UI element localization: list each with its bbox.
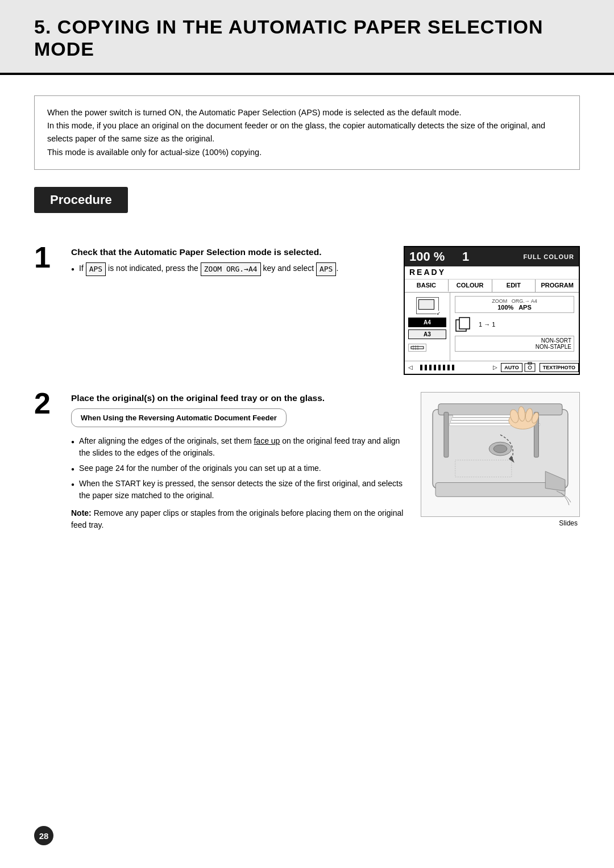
chapter-header: 5. COPYING IN THE AUTOMATIC PAPER SELECT… (0, 0, 614, 75)
svg-rect-16 (444, 412, 449, 457)
display-copy-row: 1 → 1 (455, 316, 574, 332)
feeder-svg (421, 393, 579, 516)
aps-key-2: APS (316, 262, 336, 276)
slides-label: Slides (421, 519, 580, 527)
display-left-panel: ↙ A4 A3 (405, 293, 450, 361)
triangle-left-icon: ◁ (405, 363, 416, 372)
svg-point-7 (528, 366, 532, 369)
procedure-heading: Procedure (34, 187, 128, 213)
tray-a3[interactable]: A3 (408, 329, 446, 339)
display-top-bar: 100 % 1 FULL COLOUR (405, 247, 579, 266)
step-2-title: Place the original(s) on the original fe… (71, 392, 409, 404)
step-1-content: Check that the Automatic Paper Selection… (71, 246, 580, 375)
svg-point-19 (493, 445, 507, 453)
page-number: 28 (34, 826, 53, 845)
step-2-bullet-1: After aligning the edges of the original… (71, 435, 409, 459)
tab-program[interactable]: PROGRAM (536, 279, 579, 292)
feeder-illustration (421, 392, 580, 517)
step-2-number: 2 (34, 389, 65, 418)
face-up-text: face up (254, 436, 280, 445)
step-2-bullet-2: See page 24 for the number of the origin… (71, 462, 409, 474)
auto-button[interactable]: AUTO (501, 363, 522, 372)
chapter-title: 5. COPYING IN THE AUTOMATIC PAPER SELECT… (34, 16, 580, 60)
step-1-number: 1 (34, 243, 65, 272)
display-tabs: BASIC COLOUR EDIT PROGRAM (405, 279, 579, 293)
zoom-org-key: ZOOM ORG.→A4 (201, 262, 261, 276)
svg-rect-0 (411, 347, 424, 349)
display-progress (416, 363, 489, 372)
display-zoom-info: ZOOM ORG.→ A4 100% APS (455, 296, 574, 313)
display-ready: READY (405, 266, 579, 279)
svg-rect-11 (438, 404, 562, 415)
feeder-icon (408, 344, 426, 352)
svg-rect-5 (459, 318, 470, 329)
tab-edit[interactable]: EDIT (492, 279, 536, 292)
tab-basic[interactable]: BASIC (405, 279, 449, 292)
step-2-bullet-3: When the START key is pressed, the senso… (71, 478, 409, 502)
step-1-bullet-1: If APS is not indicated, press the ZOOM … (71, 262, 392, 276)
chapter-number: 5 (34, 16, 45, 37)
tray-a4-selected[interactable]: A4 (408, 318, 446, 327)
display-right-panel: ZOOM ORG.→ A4 100% APS (450, 293, 579, 361)
chapter-title-text: COPYING IN THE AUTOMATIC PAPER SELECTION… (34, 16, 544, 60)
radf-box: When Using the Reversing Automatic Docum… (71, 408, 287, 427)
copier-display-panel: 100 % 1 FULL COLOUR READY BASIC COLOUR (404, 246, 580, 375)
display-body: ↙ A4 A3 ZOOM (405, 293, 579, 361)
intro-box: When the power switch is turned ON, the … (34, 95, 580, 170)
intro-line-2: In this mode, if you place an original o… (47, 119, 567, 145)
feeder-illustration-panel: Slides (421, 392, 580, 527)
text-photo-button[interactable]: TEXT/PHOTO (540, 363, 579, 372)
copy-icon (455, 316, 475, 332)
step-1-title: Check that the Automatic Paper Selection… (71, 246, 392, 258)
triangle-right-icon: ▷ (489, 363, 501, 372)
display-sort-info: NON-SORT NON-STAPLE (455, 336, 574, 352)
note-text: Note: Remove any paper clips or staples … (71, 507, 409, 531)
aps-key-1: APS (86, 262, 106, 276)
step-2: 2 Place the original(s) on the original … (34, 392, 580, 532)
display-color-mode: FULL COLOUR (523, 253, 574, 260)
photo-icon (524, 361, 536, 374)
step-1: 1 Check that the Automatic Paper Selecti… (34, 246, 580, 375)
svg-rect-6 (525, 364, 535, 372)
paper-icon: ↙ (416, 297, 439, 314)
display-zoom-value: 100 % 1 (409, 249, 469, 264)
step-2-content: Place the original(s) on the original fe… (71, 392, 580, 532)
copier-display: 100 % 1 FULL COLOUR READY BASIC COLOUR (404, 246, 580, 375)
intro-line-1: When the power switch is turned ON, the … (47, 106, 567, 119)
display-bottom-bar: ◁ ▷ AUTO (405, 361, 579, 374)
intro-line-3: This mode is available only for actual-s… (47, 146, 567, 159)
tab-colour[interactable]: COLOUR (449, 279, 492, 292)
